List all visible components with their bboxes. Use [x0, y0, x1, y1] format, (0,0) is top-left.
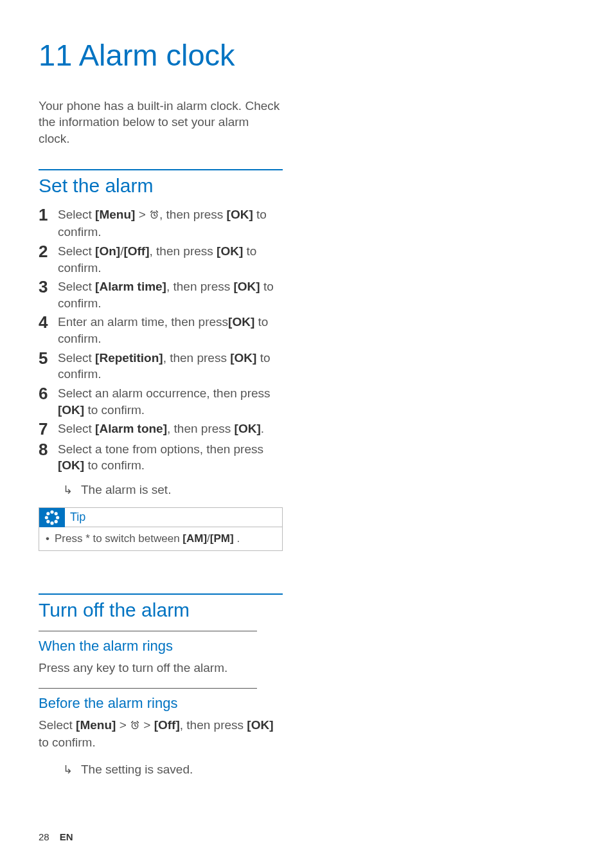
alarm-clock-icon: [130, 718, 140, 735]
step-number: 1: [39, 206, 58, 224]
step: 3Select [Alarm time], then press [OK] to…: [39, 278, 283, 311]
ui-label-ref: [Off]: [123, 244, 149, 258]
section-divider: [39, 593, 283, 595]
text: Select: [58, 280, 95, 293]
text: Select an alarm occurrence, then press: [58, 386, 271, 400]
text: >: [116, 718, 130, 732]
step: 7Select [Alarm tone], then press [OK].: [39, 420, 283, 438]
step-number: 5: [39, 350, 58, 367]
result-arrow-icon: ↳: [58, 763, 81, 777]
tip-header: Tip: [39, 508, 282, 527]
tip-callout: Tip • Press * to switch between [AM]/[PM…: [39, 507, 283, 551]
text: >: [140, 718, 154, 732]
section-heading-turn-off: Turn off the alarm: [39, 599, 283, 622]
ui-label-ref: [Repetition]: [95, 351, 163, 365]
ui-label-ref: [AM]: [182, 532, 207, 545]
svg-point-3: [45, 516, 48, 519]
text: .: [261, 422, 264, 435]
text: Select: [58, 244, 95, 258]
svg-point-8: [55, 520, 58, 523]
step-number: 6: [39, 385, 58, 402]
step-body: Select [Repetition], then press [OK] to …: [58, 350, 283, 383]
step: 8Select a tone from options, then press …: [39, 441, 283, 474]
ui-label-ref: [OK]: [235, 422, 261, 435]
result-text: The setting is saved.: [81, 763, 283, 777]
chapter-heading: 11 Alarm clock: [39, 39, 283, 72]
svg-point-7: [46, 520, 49, 523]
step: 5Select [Repetition], then press [OK] to…: [39, 350, 283, 383]
bullet-icon: •: [46, 532, 49, 545]
result-arrow-icon: ↳: [58, 483, 81, 497]
ui-label-ref: [OK]: [247, 718, 273, 732]
tip-label: Tip: [65, 508, 282, 527]
text: >: [135, 208, 149, 221]
svg-point-4: [56, 516, 59, 519]
svg-point-1: [50, 511, 53, 514]
text: , then press: [163, 351, 231, 365]
subsection-body: Select [Menu] > > [Off], then press [OK]…: [39, 717, 283, 751]
step: 4Enter an alarm time, then press[OK] to …: [39, 314, 283, 347]
ui-label-ref: [Off]: [154, 718, 180, 732]
step-body: Enter an alarm time, then press[OK] to c…: [58, 314, 283, 347]
step: 2Select [On]/[Off], then press [OK] to c…: [39, 243, 283, 276]
ui-label-ref: [PM]: [210, 532, 234, 545]
ui-label-ref: [OK]: [234, 280, 260, 293]
subsection-body: Press any key to turn off the alarm.: [39, 660, 283, 676]
text: , then press: [150, 244, 217, 258]
step-body: Select [Alarm tone], then press [OK].: [58, 420, 283, 437]
text: .: [234, 532, 240, 545]
tip-body-text: Press * to switch between [AM]/[PM] .: [55, 532, 240, 545]
text: Select: [58, 351, 95, 365]
tip-star-icon: [39, 508, 65, 527]
step-number: 2: [39, 243, 58, 260]
tip-body: • Press * to switch between [AM]/[PM] .: [39, 527, 282, 550]
ui-label-ref: [Menu]: [95, 208, 135, 221]
text: , then press: [166, 280, 234, 293]
result-line: ↳ The setting is saved.: [58, 763, 283, 777]
text: , then press: [159, 208, 227, 221]
subsection-when-rings: When the alarm rings: [39, 638, 283, 655]
text: Enter an alarm time, then press: [58, 315, 228, 329]
ui-label-ref: [OK]: [230, 351, 256, 365]
subsection-before-rings: Before the alarm rings: [39, 695, 283, 712]
svg-point-2: [50, 521, 53, 525]
ui-label-ref: [Alarm tone]: [95, 422, 167, 435]
svg-point-5: [46, 512, 49, 515]
step: 1Select [Menu] > , then press [OK] to co…: [39, 206, 283, 240]
text: Press * to switch between: [55, 532, 182, 545]
text: Select: [39, 718, 76, 732]
step-body: Select [On]/[Off], then press [OK] to co…: [58, 243, 283, 276]
step-body: Select [Menu] > , then press [OK] to con…: [58, 206, 283, 240]
text: Select: [58, 422, 95, 435]
text: , then press: [180, 718, 247, 732]
svg-point-6: [55, 512, 58, 515]
ui-label-ref: [Alarm time]: [95, 280, 166, 293]
step-body: Select an alarm occurrence, then press […: [58, 385, 283, 418]
step-body: Select [Alarm time], then press [OK] to …: [58, 278, 283, 311]
ui-label-ref: [Menu]: [76, 718, 116, 732]
subsection-divider: [39, 688, 257, 689]
language-code: EN: [60, 831, 73, 842]
step-number: 7: [39, 420, 58, 438]
result-line: ↳ The alarm is set.: [58, 483, 283, 497]
intro-paragraph: Your phone has a built-in alarm clock. C…: [39, 98, 283, 147]
step-body: Select a tone from options, then press […: [58, 441, 283, 474]
ui-label-ref: [On]: [95, 244, 120, 258]
ui-label-ref: [OK]: [217, 244, 243, 258]
text: Select a tone from options, then press: [58, 442, 263, 456]
page-footer: 28 EN: [39, 831, 73, 842]
text: to confirm.: [84, 458, 145, 472]
ui-label-ref: [OK]: [227, 208, 253, 221]
document-page: 11 Alarm clock Your phone has a built-in…: [0, 0, 321, 802]
step-number: 4: [39, 314, 58, 331]
step: 6Select an alarm occurrence, then press …: [39, 385, 283, 418]
subsection-divider: [39, 631, 257, 631]
chapter-title: Alarm clock: [79, 38, 235, 72]
page-number: 28: [39, 831, 49, 842]
step-number: 8: [39, 441, 58, 458]
ui-label-ref: [OK]: [58, 403, 84, 417]
ui-label-ref: [OK]: [58, 458, 84, 472]
text: Select: [58, 208, 95, 221]
ui-label-ref: [OK]: [228, 315, 254, 329]
result-text: The alarm is set.: [81, 483, 283, 497]
